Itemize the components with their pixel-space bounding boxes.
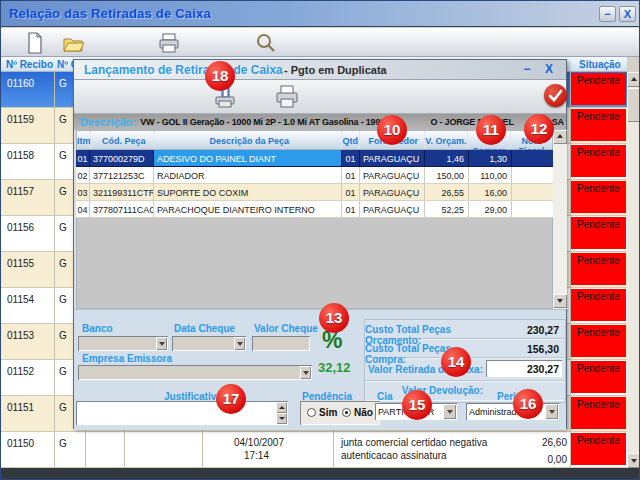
close-button[interactable]: X [619,6,636,22]
search-icon[interactable] [255,32,277,54]
recibo-number: 01156 [7,222,34,233]
descricao-cell: junta comercial certidao negativa [341,437,487,448]
recibo-tipo: G [59,150,67,161]
data-cheque-combo[interactable] [172,336,246,351]
chevron-down-icon[interactable] [300,366,311,379]
recibo-number: 01160 [7,78,34,89]
description-text: VW - GOL II Geração - 1000 Mi 2P - 1.0 M… [140,117,398,127]
application-window: Relação das Retiradas de Caixa − X Nº Re… [0,0,640,480]
hora-cell: 17:14 [189,450,269,461]
valor-cell: 0,00 [507,454,567,465]
dialog-close-button[interactable]: X [540,62,558,78]
scrollbar-thumb[interactable] [627,88,640,122]
percent-value: 32,12 [318,360,351,375]
dialog-toolbar [74,80,566,114]
recibo-number: 01154 [7,294,34,305]
status-badge: Pendente [571,109,626,141]
header-qtd: Qtd [342,131,360,149]
cia-label: Cia [377,391,393,402]
main-titlebar: Relação das Retiradas de Caixa − X [1,1,640,27]
new-document-icon[interactable] [24,32,46,54]
status-badge: Pendente [571,361,626,393]
total-orcamento-value: 230,27 [527,324,559,336]
recibo-tipo: G [59,222,67,233]
empresa-emissora-combo[interactable] [78,365,312,380]
main-scrollbar[interactable] [627,72,640,468]
minimize-button[interactable]: − [599,6,616,22]
spin-down-icon[interactable] [276,413,287,424]
justificativa-textarea[interactable] [76,401,288,425]
recibo-number: 01157 [7,186,34,197]
recibo-number: 01153 [7,330,34,341]
recibo-number: 01150 [7,438,34,449]
status-badge: Pendente [571,217,626,249]
dialog-minimize-button[interactable]: − [518,62,536,78]
recibo-number: 01158 [7,150,34,161]
status-badge: Pendente [571,289,626,321]
part-row[interactable]: 03 321199311CTR SUPORTE DO COXIM 01 PARA… [76,184,553,201]
header-itm: Itm [77,131,91,149]
check-icon [544,84,567,107]
scroll-down-icon[interactable] [627,453,640,468]
callout-badge-16: 16 [513,389,543,419]
descricao-cell: autenticacao assinatura [341,450,447,461]
header-numero-recibo: Nº Recibo [6,59,53,70]
banco-combo[interactable] [78,336,168,351]
callout-badge-14: 14 [441,347,471,377]
print-icon[interactable] [158,32,180,54]
pendencia-group: Sim Não [300,401,380,425]
callout-badge-12: 12 [524,114,554,144]
callout-badge-15: 15 [402,390,432,420]
part-row[interactable]: 02 377121253C RADIADOR 01 PARAGUAÇU 150,… [76,167,553,184]
header-descricao-peca: Descrição da Peça [155,131,342,149]
scroll-up-icon[interactable] [553,130,567,144]
status-badge: Pendente [571,325,626,357]
main-toolbar [1,28,640,57]
chevron-down-icon[interactable] [443,404,456,419]
data-cheque-label: Data Cheque [174,323,235,334]
recibo-number: 01155 [7,258,34,269]
callout-badge-18: 18 [205,61,235,91]
recibo-tipo: G [59,294,67,305]
main-window-title: Relação das Retiradas de Caixa [9,6,211,21]
status-badge: Pendente [571,253,626,285]
parts-grid-body: 01 377000279D ADESIVO DO PAINEL DIANT 01… [76,150,553,218]
empresa-emissora-label: Empresa Emissora [82,353,172,364]
callout-badge-17: 17 [216,384,246,414]
part-row[interactable]: 01 377000279D ADESIVO DO PAINEL DIANT 01… [76,150,553,167]
dialog-title: Lançamento de Retiradas de Caixa [84,63,283,77]
recibo-tipo: G [59,186,67,197]
scroll-down-icon[interactable] [553,294,567,308]
parts-grid-empty-area [76,218,553,309]
nao-radio-label: Não [354,407,373,418]
dialog-lower-panel: Banco Data Cheque Valor Cheque Empresa E… [74,309,566,430]
header-cod-peca: Cód. Peça [91,131,155,149]
open-folder-icon[interactable] [62,32,84,54]
chevron-down-icon[interactable] [156,337,167,350]
nao-radio[interactable] [342,408,351,417]
header-situacao: Situação [579,59,621,70]
chevron-down-icon[interactable] [545,404,558,419]
confirm-button[interactable] [544,84,567,107]
printer-icon[interactable] [274,84,300,110]
total-compra-value: 156,30 [527,343,559,355]
table-row[interactable]: 01150 G 04/10/2007 17:14 junta comercial… [1,432,627,468]
valor-cell: 26,60 [507,437,567,448]
callout-badge-10: 10 [377,115,407,145]
status-badge: Pendente [571,397,626,429]
parts-grid-scrollbar[interactable] [553,130,567,309]
total-orcamento-row: Custo Total Peças Orçamento: 230,27 [365,320,565,339]
recibo-tipo: G [59,258,67,269]
spin-up-icon[interactable] [276,402,287,413]
sim-radio[interactable] [307,408,316,417]
description-label: Descrição: [80,116,136,128]
header-v-orcam: V. Orçam. [425,131,469,149]
part-row[interactable]: 04 377807111CACB PARACHOQUE DIANTEIRO IN… [76,201,553,218]
valor-retirada-input[interactable]: 230,27 [486,360,562,377]
scroll-up-icon[interactable] [627,72,640,87]
recibo-tipo: G [59,366,67,377]
chevron-down-icon[interactable] [234,337,245,350]
banco-label: Banco [82,323,113,334]
valor-cheque-input[interactable] [252,336,310,351]
valor-cheque-label: Valor Cheque [254,323,318,334]
